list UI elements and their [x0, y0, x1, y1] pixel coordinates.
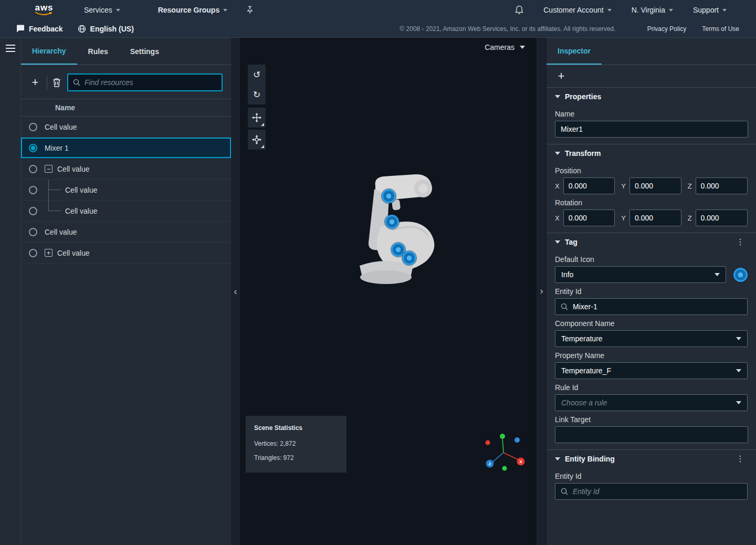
- move-arrows-icon: [252, 113, 261, 122]
- trash-icon: [52, 78, 61, 87]
- section-entity-binding: Entity Binding ⋮ Entity Id: [547, 449, 756, 506]
- tab-inspector[interactable]: Inspector: [547, 38, 602, 65]
- row-label: Cell value: [57, 165, 89, 173]
- inspector-panel: Inspector + Properties Name Transform Po…: [546, 38, 756, 545]
- rotation-y-input[interactable]: [629, 209, 681, 226]
- row-radio[interactable]: [29, 165, 37, 173]
- privacy-policy-link[interactable]: Privacy Policy: [647, 25, 687, 33]
- viewport-canvas[interactable]: Cameras ↺ ↻: [240, 38, 537, 545]
- info-tag-preview-icon: [733, 268, 748, 282]
- toolbar-divider: [47, 76, 47, 89]
- rule-id-select[interactable]: Choose a rule: [555, 394, 748, 411]
- cameras-dropdown[interactable]: Cameras: [485, 43, 525, 51]
- row-radio-selected[interactable]: [29, 144, 37, 152]
- tag-widget[interactable]: [402, 251, 416, 265]
- hierarchy-row-child[interactable]: Cell value: [21, 180, 231, 201]
- row-radio[interactable]: [29, 123, 37, 131]
- search-input[interactable]: [85, 78, 217, 87]
- copyright-text: © 2008 - 2021, Amazon Web Services, Inc.…: [400, 25, 615, 33]
- property-name-select[interactable]: Temperature_F: [555, 362, 748, 379]
- entity-id-search: [555, 298, 748, 315]
- position-z-input[interactable]: [696, 177, 748, 194]
- aws-logo[interactable]: aws: [34, 4, 55, 16]
- rotation-x-input[interactable]: [563, 209, 615, 226]
- section-caret-icon: [555, 152, 560, 155]
- row-radio[interactable]: [29, 186, 37, 194]
- search-icon: [561, 488, 568, 495]
- section-tag-header[interactable]: Tag ⋮: [547, 233, 756, 251]
- tab-rules[interactable]: Rules: [77, 38, 119, 65]
- delete-resource-button[interactable]: [52, 78, 61, 87]
- hierarchy-row[interactable]: − Cell value: [21, 159, 231, 180]
- section-caret-icon: [555, 457, 560, 460]
- tab-hierarchy[interactable]: Hierarchy: [21, 38, 77, 65]
- row-radio[interactable]: [29, 207, 37, 215]
- collapse-node-icon[interactable]: −: [45, 165, 52, 173]
- resource-search: [67, 74, 223, 91]
- axis-gizmo[interactable]: X Z: [479, 431, 529, 474]
- hierarchy-row[interactable]: Cell value: [21, 117, 231, 138]
- add-resource-button[interactable]: +: [29, 77, 41, 88]
- collapse-left-panel-button[interactable]: ‹: [232, 285, 239, 298]
- name-input[interactable]: [555, 121, 748, 138]
- scene-region: ‹ › Cameras ↺ ↻: [231, 38, 546, 545]
- binding-entity-id-label: Entity Id: [555, 472, 748, 480]
- aws-logo-text: aws: [35, 4, 53, 12]
- row-radio[interactable]: [29, 249, 37, 257]
- nav-support-menu[interactable]: Support: [693, 6, 727, 14]
- aws-smile-icon: [35, 12, 53, 16]
- position-x-input[interactable]: [563, 177, 615, 194]
- link-target-input[interactable]: [555, 426, 748, 443]
- chevron-down-icon: [722, 9, 727, 12]
- collapse-right-panel-button[interactable]: ›: [538, 284, 545, 298]
- section-properties-header[interactable]: Properties: [547, 88, 756, 106]
- hierarchy-row-child[interactable]: Cell value: [21, 201, 231, 222]
- mixer-3d-model[interactable]: [344, 173, 449, 289]
- globe-icon: [78, 25, 86, 33]
- chevron-down-icon: [736, 401, 741, 404]
- undo-button[interactable]: ↺: [248, 65, 266, 85]
- tag-options-menu-icon[interactable]: ⋮: [733, 237, 748, 247]
- column-header-name: Name: [21, 99, 231, 117]
- nav-resource-groups[interactable]: Resource Groups: [158, 6, 227, 14]
- nav-account-menu[interactable]: Customer Account: [543, 6, 611, 14]
- hierarchy-row-selected[interactable]: Mixer 1: [21, 138, 231, 159]
- menu-button[interactable]: [6, 45, 15, 54]
- row-radio[interactable]: [29, 228, 37, 236]
- tag-widget[interactable]: [382, 189, 396, 203]
- notifications-button[interactable]: [515, 5, 523, 15]
- add-component-button[interactable]: +: [555, 70, 568, 82]
- redo-button[interactable]: ↻: [248, 85, 266, 104]
- component-name-select[interactable]: Temperature: [555, 330, 748, 347]
- default-icon-select[interactable]: Info: [555, 266, 726, 283]
- expand-node-icon[interactable]: +: [45, 249, 52, 257]
- pin-shortcut-button[interactable]: [246, 6, 254, 14]
- bell-icon: [515, 5, 523, 15]
- rotation-z-input[interactable]: [696, 209, 748, 226]
- binding-entity-id-input[interactable]: [573, 487, 742, 496]
- nav-region-selector[interactable]: N. Virginia: [632, 6, 673, 14]
- hierarchy-row[interactable]: + Cell value: [21, 243, 231, 264]
- row-label: Cell value: [57, 249, 89, 257]
- tag-widget[interactable]: [385, 215, 399, 229]
- terms-of-use-link[interactable]: Terms of Use: [702, 25, 739, 33]
- hierarchy-row[interactable]: Cell value: [21, 222, 231, 243]
- position-y-input[interactable]: [629, 177, 681, 194]
- chevron-down-icon: [520, 46, 525, 49]
- entity-id-input[interactable]: [573, 302, 742, 311]
- section-transform-header[interactable]: Transform: [547, 144, 756, 162]
- search-icon: [73, 79, 80, 86]
- translate-tool-button[interactable]: [248, 108, 266, 128]
- twinmaker-scene-composer: aws Services Resource Groups: [0, 0, 756, 545]
- transform-gizmo-icon: [252, 135, 261, 144]
- feedback-link[interactable]: Feedback: [16, 25, 63, 33]
- tab-settings[interactable]: Settings: [119, 38, 170, 65]
- tree-connector-line: [45, 201, 65, 222]
- row-label: Cell value: [45, 228, 77, 236]
- nav-services[interactable]: Services: [84, 6, 120, 14]
- language-selector[interactable]: English (US): [78, 25, 134, 33]
- entity-binding-options-menu-icon[interactable]: ⋮: [733, 454, 748, 464]
- inspector-tabs: Inspector: [547, 38, 756, 65]
- transform-tool-button[interactable]: [248, 130, 266, 150]
- section-entity-binding-header[interactable]: Entity Binding ⋮: [547, 450, 756, 468]
